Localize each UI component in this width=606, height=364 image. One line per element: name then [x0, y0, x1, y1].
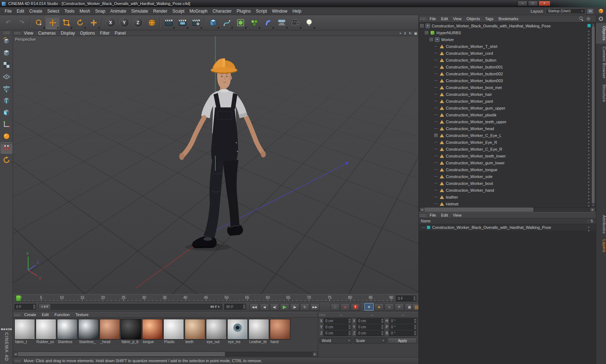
position-key-toggle[interactable]: +	[364, 303, 374, 311]
menu-character[interactable]: Character	[210, 8, 234, 15]
menu-file[interactable]: File	[2, 8, 14, 15]
visibility-dots[interactable]	[587, 174, 590, 180]
edges-mode-button[interactable]	[1, 95, 12, 106]
object-tree-item[interactable]: Construction_Worker_C_Eye_R	[419, 146, 596, 152]
visibility-dots[interactable]	[587, 44, 590, 50]
spline-pen-button[interactable]	[220, 16, 233, 29]
texture-paint-button[interactable]	[1, 130, 12, 142]
object-tree-item[interactable]: Construction_Worker_button002	[419, 70, 596, 77]
coordinate-value-field[interactable]: 0 cm	[356, 324, 384, 330]
rotation-key-toggle[interactable]: ○	[385, 303, 394, 311]
points-mode-button[interactable]	[1, 83, 12, 94]
viewport-camera-label[interactable]: Perspective	[15, 37, 36, 41]
object-tree-item[interactable]: Construction_Worker_plastik	[419, 111, 596, 118]
coordinate-value-field[interactable]: 0 °	[389, 318, 417, 324]
toggle-view-button[interactable]: ▣	[414, 31, 417, 35]
materials-menu-create[interactable]: Create	[21, 312, 39, 317]
object-tree-item[interactable]: Construction_Worker_gum_lower	[419, 159, 596, 166]
object-tree-item[interactable]: Construction_Worker_boot_met	[419, 84, 596, 91]
side-tab-attributes[interactable]: Attributes	[596, 212, 606, 236]
menu-plugins[interactable]: Plugins	[234, 8, 253, 15]
object-tree-item[interactable]: Construction_Worker_boot	[419, 180, 596, 187]
render-picture-viewer-button[interactable]	[176, 16, 189, 29]
layer-manager-menu-view[interactable]: View	[451, 213, 464, 218]
deformer-button[interactable]	[261, 16, 275, 29]
visibility-dots[interactable]	[587, 64, 590, 71]
layer-color-chip[interactable]	[427, 226, 430, 229]
texture-mode-button[interactable]	[1, 59, 12, 70]
redo-button[interactable]: ↷	[15, 16, 28, 29]
material-tile[interactable]: Leather_bt	[249, 319, 269, 344]
visibility-dots[interactable]	[587, 167, 590, 173]
viewport-menu-view[interactable]: View	[21, 30, 36, 37]
layout-monitor-icon[interactable]	[588, 9, 593, 13]
polygons-mode-button[interactable]	[1, 107, 12, 118]
lock-x-axis-button[interactable]: X	[104, 16, 117, 29]
material-tile[interactable]: teeth	[185, 319, 205, 344]
coordinate-value-field[interactable]: 0 cm	[356, 318, 384, 324]
visibility-dots[interactable]	[587, 133, 590, 139]
record-keyframe-button[interactable]: ●	[341, 303, 350, 311]
material-tile[interactable]: hand	[270, 319, 290, 344]
panel-grip[interactable]	[420, 17, 426, 20]
layout-select[interactable]: Startup (User) ▼	[546, 8, 585, 14]
visibility-dots[interactable]	[587, 71, 590, 77]
world-dropdown[interactable]: World ▼	[320, 338, 352, 343]
light-button[interactable]	[302, 16, 316, 29]
menu-animate[interactable]: Animate	[108, 8, 129, 15]
stepper-arrows[interactable]	[348, 319, 351, 323]
solo-dot[interactable]	[587, 226, 590, 232]
pan-view-button[interactable]: +	[399, 31, 401, 35]
object-tree-item[interactable]: Construction_Worker_teeth_upper	[419, 118, 596, 125]
material-tile[interactable]: Stainless_	[78, 319, 99, 344]
menu-simulate[interactable]: Simulate	[129, 8, 151, 15]
lock-y-axis-button[interactable]: Y	[118, 16, 131, 29]
scrollbar-thumb[interactable]	[425, 208, 533, 212]
visibility-dots[interactable]	[587, 92, 590, 98]
quantize-rotate-button[interactable]	[1, 154, 12, 165]
scrollbar-thumb[interactable]	[18, 352, 225, 356]
expander-minus-icon[interactable]: −	[425, 31, 428, 34]
menu-snap[interactable]: Snap	[93, 8, 108, 15]
materials-hscrollbar[interactable]: ◀ ▶	[13, 352, 317, 356]
close-button[interactable]: ×	[539, 1, 550, 6]
next-frame-button[interactable]: |▶	[290, 303, 299, 311]
apply-button[interactable]: Apply	[388, 338, 417, 343]
subdivision-surface-button[interactable]	[234, 16, 247, 29]
object-tree-item[interactable]: Construction_Worker_tongue	[419, 166, 596, 173]
stepper-arrows[interactable]	[242, 304, 246, 309]
menu-tools[interactable]: Tools	[62, 8, 77, 15]
visibility-dots[interactable]	[587, 78, 590, 84]
materials-menu-function[interactable]: Function	[52, 312, 73, 317]
visibility-dots[interactable]	[587, 98, 590, 105]
play-button[interactable]: ▶	[280, 303, 289, 311]
object-tree-item[interactable]: Construction_Worker_cord	[419, 50, 596, 57]
object-tree-item[interactable]: Construction_Worker_hand	[419, 187, 596, 194]
render-settings-button[interactable]	[189, 16, 203, 29]
object-tree-item[interactable]: Construction_Worker_teeth_lower	[419, 152, 596, 159]
object-tree-item[interactable]: Construction_Worker_button	[419, 57, 596, 63]
viewport-menu-filter[interactable]: Filter	[97, 30, 112, 37]
menu-help[interactable]: Help	[290, 8, 304, 15]
viewport-canvas[interactable]: Y X Z Perspective	[13, 36, 418, 294]
material-tile[interactable]: _head	[100, 319, 120, 344]
object-tree-item[interactable]: Construction_Worker_button001	[419, 63, 596, 70]
panel-grip[interactable]	[14, 314, 21, 316]
search-icon[interactable]	[579, 16, 584, 21]
model-mode-button[interactable]	[1, 47, 12, 58]
visibility-dots[interactable]	[587, 194, 590, 201]
rotate-tool-button[interactable]	[73, 16, 87, 29]
menu-mograph[interactable]: MoGraph	[187, 8, 210, 15]
coordinate-value-field[interactable]: 0 cm	[356, 330, 384, 336]
side-tab-content-browser[interactable]: Content Browser	[596, 44, 606, 81]
enable-axis-button[interactable]	[1, 119, 12, 130]
object-tree-item[interactable]: −+Construction_Worker_Black_Overalls_wit…	[419, 22, 596, 29]
stepper-arrows[interactable]	[348, 331, 351, 336]
timeline-ruler[interactable]: 051015202530354045505560657075808590 0 F	[13, 294, 418, 302]
object-manager-menu-objects[interactable]: Objects	[464, 16, 482, 22]
visibility-dots[interactable]	[587, 57, 590, 64]
viewport-menu-panel[interactable]: Panel	[112, 30, 128, 37]
last-tool-button[interactable]	[87, 16, 100, 29]
visibility-dots[interactable]	[587, 187, 590, 194]
stepper-arrows[interactable]	[413, 296, 416, 301]
